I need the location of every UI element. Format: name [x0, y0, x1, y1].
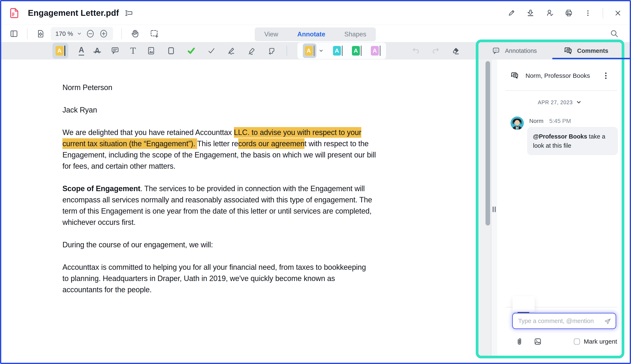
attach-image-icon[interactable] — [533, 337, 542, 346]
thread-comments-icon — [510, 71, 519, 80]
zoom-out-icon[interactable] — [86, 29, 95, 38]
doc-paragraph: During the course of our engagement, we … — [63, 239, 437, 250]
comments-panel-highlighted: Annotations Comments — [476, 40, 624, 358]
doc-paragraph: We are delighted that you have retained … — [63, 127, 437, 172]
composer-actions: Mark urgent — [515, 336, 617, 346]
comment-bubble: @Professor Books take a look at this fil… — [527, 127, 618, 155]
date-collapse-chevron-icon[interactable] — [576, 100, 581, 105]
download-icon[interactable] — [526, 9, 535, 18]
comment-time: 5:45 PM — [549, 118, 571, 124]
comment-author: Norm — [529, 118, 543, 124]
text-highlight: cords our agreemen — [238, 138, 305, 149]
doc-paragraph: Scope of Engagement. The services to be … — [63, 183, 437, 228]
pdf-file-icon — [10, 8, 20, 18]
highlight-color-green[interactable]: A — [352, 46, 362, 56]
highlight-tool-icon: A — [56, 46, 64, 56]
tab-shapes[interactable]: Shapes — [344, 30, 366, 38]
comment-thread-card: Norm, Professor Books APR 27, 2023 — [498, 60, 622, 356]
region-select-icon[interactable] — [149, 29, 159, 39]
document-scrollbar-track[interactable] — [478, 60, 491, 356]
note-tool-icon[interactable] — [110, 46, 120, 56]
approve-check-icon[interactable] — [186, 46, 196, 56]
highlight-tool-selected[interactable]: A — [53, 43, 68, 59]
share-user-icon[interactable] — [545, 9, 554, 18]
zoom-controls: 170 % — [51, 27, 113, 40]
overflow-menu-icon[interactable] — [583, 9, 592, 18]
tab-annotations[interactable]: Annotations — [478, 42, 550, 60]
zoom-in-icon[interactable] — [99, 29, 109, 38]
file-title: Engagement Letter.pdf — [28, 8, 119, 18]
edit-icon[interactable] — [507, 9, 516, 18]
sidebar-toggle-icon[interactable] — [9, 29, 19, 38]
rectangle-tool-icon[interactable] — [166, 46, 176, 56]
annotations-tab-icon — [491, 46, 501, 56]
panel-body: Norm, Professor Books APR 27, 2023 — [478, 60, 622, 356]
check-tool-icon[interactable] — [207, 46, 216, 56]
undo-icon[interactable] — [411, 46, 421, 56]
strikethrough-tool-icon[interactable]: A — [95, 47, 100, 54]
toolbar-divider — [27, 28, 28, 39]
mark-urgent-label: Mark urgent — [584, 338, 617, 345]
comment-composer — [512, 313, 616, 329]
text-highlight: LLC. to advise you with respect to your — [234, 127, 361, 138]
send-icon[interactable] — [603, 317, 612, 326]
pen-tool-icon[interactable] — [227, 46, 236, 56]
tab-comments[interactable]: Comments — [550, 42, 622, 60]
titlebar-divider — [603, 8, 603, 18]
doc-paragraph: Norm Peterson — [63, 82, 437, 93]
comments-tab-icon — [563, 46, 573, 56]
highlight-color-pink[interactable]: A — [371, 46, 381, 56]
doc-paragraph: Accounttax is committed to helping you f… — [63, 262, 437, 295]
highlight-color-yellow[interactable]: A — [303, 44, 324, 58]
highlight-color-swatches: AAAA — [297, 42, 386, 59]
date-label: APR 27, 2023 — [538, 100, 573, 106]
text-tool-icon[interactable]: T — [130, 46, 136, 55]
attach-file-icon[interactable] — [515, 337, 523, 346]
print-icon[interactable] — [564, 9, 573, 18]
pan-hand-icon[interactable] — [130, 29, 140, 39]
comment-input[interactable] — [518, 314, 601, 328]
close-icon[interactable] — [613, 9, 622, 18]
image-tool-icon[interactable] — [146, 46, 156, 56]
toolbar-divider — [121, 28, 122, 39]
date-group-row: APR 27, 2023 — [498, 98, 622, 107]
highlight-color-teal[interactable]: A — [333, 46, 343, 56]
callout-tool-icon[interactable] — [267, 46, 276, 56]
search-icon[interactable] — [609, 28, 619, 39]
thread-menu-icon[interactable] — [602, 71, 610, 81]
panel-tabs: Annotations Comments — [478, 42, 622, 60]
overlay-artifact — [513, 296, 535, 312]
toolbar-divider — [287, 46, 287, 56]
eraser-icon[interactable] — [451, 46, 460, 56]
page-settings-icon[interactable] — [36, 29, 45, 38]
thread-divider — [505, 90, 617, 91]
document-scrollbar-thumb[interactable] — [485, 61, 490, 226]
zoom-level[interactable]: 170 % — [55, 30, 73, 37]
comment-mention: @Professor Books — [533, 133, 587, 140]
pdf-viewer-window: Engagement Letter.pdf — [0, 0, 631, 364]
rename-icon[interactable] — [125, 8, 134, 18]
thread-header: Norm, Professor Books — [510, 70, 617, 81]
tab-view[interactable]: View — [264, 30, 278, 38]
thread-title: Norm, Professor Books — [525, 72, 590, 79]
view-mode-tabs: View Annotate Shapes — [255, 28, 376, 41]
text-highlight: current tax situation (the “Engagement”)… — [63, 138, 197, 149]
tab-annotate[interactable]: Annotate — [297, 30, 325, 38]
underline-tool-icon[interactable]: A — [79, 46, 84, 56]
doc-paragraph: Jack Ryan — [63, 104, 437, 116]
avatar — [510, 116, 524, 130]
mark-urgent-checkbox[interactable] — [574, 338, 580, 345]
title-bar: Engagement Letter.pdf — [1, 1, 630, 25]
panel-resize-handle[interactable] — [493, 206, 496, 212]
zoom-dropdown-chevron-icon[interactable] — [77, 31, 82, 36]
marker-tool-icon[interactable] — [247, 46, 256, 56]
document-page: Norm PetersonJack RyanWe are delighted t… — [63, 82, 437, 306]
redo-icon[interactable] — [431, 46, 441, 56]
comment-item: Norm 5:45 PM @Professor Books take a loo… — [498, 115, 622, 165]
comments-tab-active-underline — [552, 58, 630, 59]
